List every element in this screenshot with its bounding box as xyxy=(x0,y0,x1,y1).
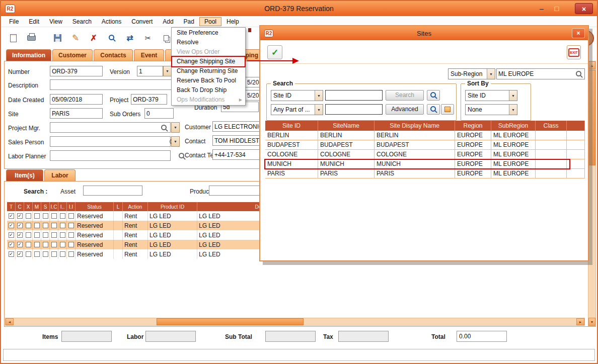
subregion-dropdown[interactable]: Sub-Region xyxy=(448,68,495,79)
description-field[interactable] xyxy=(50,79,174,90)
dropdown-arrow-icon[interactable] xyxy=(509,90,517,101)
item-checkbox[interactable] xyxy=(60,232,65,238)
col-i1[interactable]: I.. xyxy=(58,202,67,211)
item-checkbox[interactable] xyxy=(43,213,48,219)
dialog-close-button[interactable]: × xyxy=(572,28,585,38)
subregion-input[interactable] xyxy=(497,70,576,77)
tab-information[interactable]: Information xyxy=(6,49,51,61)
menu-item-site-preference[interactable]: Site Preference xyxy=(172,28,245,38)
item-checkbox[interactable] xyxy=(26,251,31,257)
col-m[interactable]: M xyxy=(33,202,41,211)
project-field[interactable] xyxy=(131,94,167,105)
labor-planner-field[interactable] xyxy=(50,150,171,161)
menu-item-change-returning-site[interactable]: Change Returning Site xyxy=(172,66,245,76)
item-checkbox[interactable] xyxy=(26,242,31,247)
item-checkbox[interactable] xyxy=(34,251,40,257)
print-button[interactable] xyxy=(23,30,39,46)
item-checkbox[interactable] xyxy=(51,242,57,247)
item-checkbox[interactable] xyxy=(43,242,48,247)
item-checkbox[interactable] xyxy=(51,223,57,228)
item-checkbox[interactable] xyxy=(34,242,40,247)
tab-items[interactable]: Item(s) xyxy=(6,169,43,181)
search-value-input[interactable] xyxy=(325,90,383,101)
item-checkbox[interactable] xyxy=(68,242,74,247)
item-checkbox[interactable] xyxy=(34,223,40,228)
item-checkbox[interactable] xyxy=(51,232,57,238)
horizontal-scrollbar[interactable]: ◄ ► xyxy=(5,318,585,326)
col-site-name[interactable]: SiteName xyxy=(318,121,375,131)
item-checkbox[interactable] xyxy=(26,213,31,219)
item-checkbox[interactable] xyxy=(68,223,74,228)
col-display-name[interactable]: Site Display Name xyxy=(375,121,455,131)
labor-planner-search-icon[interactable] xyxy=(179,153,185,159)
vertical-scrollbar[interactable]: ▲ ▼ xyxy=(588,61,596,326)
item-checkbox[interactable] xyxy=(68,213,74,219)
match-value-input[interactable] xyxy=(325,104,383,115)
menu-item-change-shipping-site[interactable]: Change Shipping Site xyxy=(172,57,245,66)
advanced-button[interactable]: Advanced xyxy=(386,104,424,115)
menu-pad[interactable]: Pad xyxy=(179,17,199,26)
grid-view-button[interactable] xyxy=(441,104,454,115)
match-mode-dropdown[interactable]: Any Part of ... xyxy=(271,104,323,115)
date-created-field[interactable] xyxy=(50,94,103,105)
item-checkbox[interactable] xyxy=(9,232,14,238)
number-field[interactable] xyxy=(50,66,103,76)
item-checkbox[interactable] xyxy=(43,232,48,238)
sales-person-field[interactable] xyxy=(50,136,171,147)
item-checkbox[interactable] xyxy=(43,251,48,257)
lookup-button[interactable] xyxy=(427,90,440,101)
col-t[interactable]: T xyxy=(7,202,16,211)
menu-search[interactable]: Search xyxy=(67,17,97,26)
edit-button[interactable]: ✎ xyxy=(67,30,84,46)
search-field-dropdown[interactable]: Site ID xyxy=(271,90,323,101)
advanced-search-button[interactable] xyxy=(427,104,440,115)
col-c[interactable]: C xyxy=(16,202,24,211)
dropdown-arrow-icon[interactable] xyxy=(315,105,323,115)
project-mgr-dropdown-button[interactable] xyxy=(171,122,180,133)
menu-edit[interactable]: Edit xyxy=(24,17,44,26)
scroll-up-button[interactable]: ▲ xyxy=(588,61,595,69)
menu-item-back-to-drop-ship[interactable]: Back To Drop Ship xyxy=(172,85,245,95)
total-field[interactable] xyxy=(457,331,507,342)
exit-button[interactable]: EXIT xyxy=(567,45,581,59)
item-checkbox[interactable] xyxy=(9,213,14,219)
hscrollbar-thumb[interactable] xyxy=(157,318,304,325)
scroll-down-button[interactable]: ▼ xyxy=(588,318,595,326)
menu-help[interactable]: Help xyxy=(221,17,244,26)
search-button[interactable]: Search xyxy=(386,90,424,101)
col-i2[interactable]: I.I xyxy=(67,202,76,211)
item-checkbox[interactable] xyxy=(34,232,40,238)
col-s[interactable]: S xyxy=(41,202,50,211)
tab-event[interactable]: Event xyxy=(134,49,164,61)
dropdown-arrow-icon[interactable] xyxy=(509,105,517,115)
menu-item-reserve-back-to-pool[interactable]: Reserve Back To Pool xyxy=(172,76,245,85)
maximize-button[interactable]: □ xyxy=(550,4,564,14)
item-checkbox[interactable] xyxy=(17,242,23,247)
subtotal-field[interactable] xyxy=(265,331,316,342)
dropdown-arrow-icon[interactable] xyxy=(487,69,495,79)
item-checkbox[interactable] xyxy=(60,251,65,257)
col-ic[interactable]: I.C xyxy=(50,202,58,211)
item-checkbox[interactable] xyxy=(34,213,40,219)
col-subregion[interactable]: SubRegion xyxy=(491,121,536,131)
item-checkbox[interactable] xyxy=(26,232,31,238)
menu-pool[interactable]: Pool xyxy=(199,17,221,26)
sites-row-budapest[interactable]: BUDAPEST BUDAPEST BUDAPEST EUROPE ML EUR… xyxy=(265,140,585,150)
asset-search-input[interactable] xyxy=(83,186,142,196)
save-button[interactable] xyxy=(49,30,65,46)
item-checkbox[interactable] xyxy=(60,242,65,247)
item-checkbox[interactable] xyxy=(68,232,74,238)
minimize-button[interactable]: – xyxy=(535,4,549,14)
menu-view[interactable]: View xyxy=(44,17,67,26)
sort-primary-dropdown[interactable]: Site ID xyxy=(465,90,517,101)
sites-row-berlin[interactable]: BERLIN BERLIN BERLIN EUROPE ML EUROPE xyxy=(265,131,585,140)
tab-contacts[interactable]: Contacts xyxy=(94,49,133,61)
col-x[interactable]: X xyxy=(24,202,33,211)
item-checkbox[interactable] xyxy=(17,232,23,238)
item-checkbox[interactable] xyxy=(9,251,14,257)
search-icon[interactable] xyxy=(576,71,582,77)
item-checkbox[interactable] xyxy=(43,223,48,228)
item-checkbox[interactable] xyxy=(68,251,74,257)
col-product-id[interactable]: Product ID xyxy=(148,202,197,211)
labor-total-field[interactable] xyxy=(145,331,196,342)
